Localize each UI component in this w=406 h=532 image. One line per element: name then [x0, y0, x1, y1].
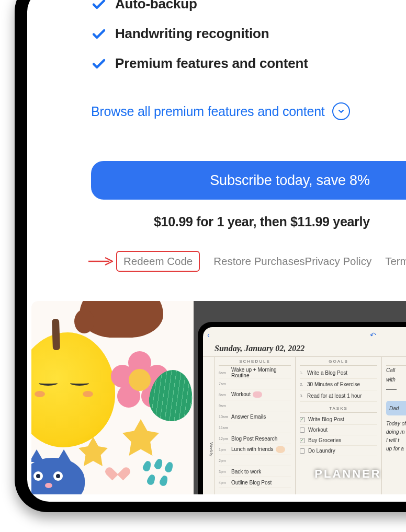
browse-all-label: Browse all premium features and content: [91, 104, 325, 119]
feature-label: Auto-backup: [115, 0, 197, 12]
terms-link[interactable]: Terms of U: [385, 255, 406, 268]
feature-item: Premium features and content: [91, 55, 384, 72]
feature-list: Auto-backup Handwriting recognition Prem…: [91, 0, 384, 85]
chevron-down-icon: [332, 102, 350, 120]
schedule-header: SCHEDULE: [219, 359, 291, 366]
preview-gallery[interactable]: ‹ ↶ T: [31, 301, 406, 494]
subscribe-label: Subscribe today, save 8%: [210, 172, 369, 189]
feature-label: Handwriting recognition: [115, 26, 269, 42]
pricing-text: $10.99 for 1 year, then $11.99 yearly: [154, 214, 370, 229]
tocall-header: TO CALL &: [386, 359, 406, 366]
planner-panel: ‹ ↶ T: [194, 301, 406, 494]
restore-purchases-link[interactable]: Restore Purchases: [213, 255, 304, 268]
feature-label: Premium features and content: [115, 55, 308, 72]
footer-links: Redeem Code Restore Purchases Privacy Po…: [116, 251, 406, 272]
tablet-screen: Auto-backup Handwriting recognition Prem…: [27, 0, 406, 502]
privacy-policy-link[interactable]: Privacy Policy: [305, 255, 372, 268]
back-icon: ‹: [207, 331, 210, 339]
check-icon: [91, 56, 107, 72]
illustration-panel: [31, 301, 194, 494]
subscribe-button[interactable]: Subscribe today, save 8%: [91, 161, 406, 200]
planner-date: Sunday, January 02, 2022: [203, 343, 406, 357]
planner-caption: PLANNER: [194, 467, 406, 481]
undo-icon: ↶: [370, 331, 376, 339]
annotation-arrow-icon: [87, 256, 114, 267]
check-icon: [91, 0, 107, 12]
goals-header: GOALS: [300, 359, 377, 366]
feature-item: Handwriting recognition: [91, 26, 384, 42]
browse-all-button[interactable]: Browse all premium features and content: [91, 102, 350, 120]
feature-item: Auto-backup: [91, 0, 384, 12]
check-icon: [91, 26, 107, 42]
tasks-header: TASKS: [300, 406, 377, 413]
redeem-code-link[interactable]: Redeem Code: [116, 251, 200, 272]
